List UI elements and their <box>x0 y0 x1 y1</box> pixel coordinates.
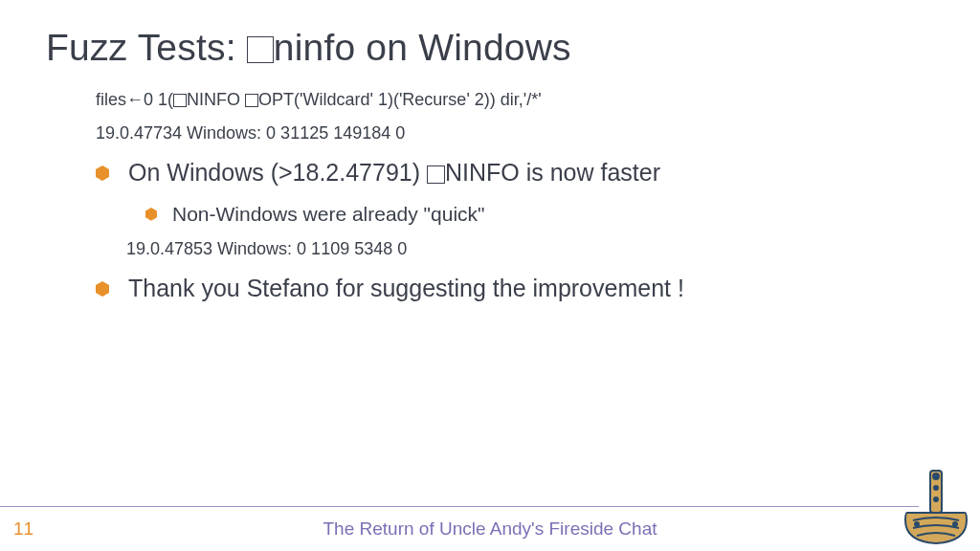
code1-pre: files←0 1( <box>96 90 173 109</box>
placeholder-box-icon <box>427 165 445 184</box>
placeholder-box-icon <box>245 94 258 107</box>
svg-marker-2 <box>96 281 109 297</box>
sub-bullets: Non-Windows were already "quick" 19.0.47… <box>96 201 934 259</box>
sub-bullet-1: Non-Windows were already "quick" <box>145 201 934 228</box>
footer-divider <box>0 506 919 507</box>
svg-point-8 <box>953 522 957 526</box>
code-line-3: 19.0.47853 Windows: 0 1109 5348 0 <box>126 239 934 259</box>
slide-title: Fuzz Tests: ninfo on Windows <box>46 27 934 69</box>
hammer-ornament-icon <box>902 467 970 547</box>
svg-point-5 <box>934 486 938 490</box>
bullet-1: On Windows (>18.2.47791) NINFO is now fa… <box>96 157 934 189</box>
svg-marker-1 <box>145 208 157 221</box>
title-post: ninfo on Windows <box>274 27 571 68</box>
bullet1-pre: On Windows (>18.2.47791) <box>128 159 427 186</box>
code-line-2: 19.0.47734 Windows: 0 31125 149184 0 <box>96 123 934 143</box>
bullet-1-text: On Windows (>18.2.47791) NINFO is now fa… <box>128 157 660 189</box>
svg-point-4 <box>933 474 939 479</box>
bullet1-post: NINFO is now faster <box>445 159 660 186</box>
placeholder-box-icon <box>247 36 274 63</box>
bullet-2: Thank you Stefano for suggesting the imp… <box>96 273 934 305</box>
svg-marker-0 <box>96 165 109 181</box>
title-pre: Fuzz Tests: <box>46 27 247 68</box>
bullet-2-text: Thank you Stefano for suggesting the imp… <box>128 273 684 305</box>
hexagon-bullet-icon <box>96 165 109 181</box>
svg-point-6 <box>934 497 938 501</box>
sub-bullet-1-text: Non-Windows were already "quick" <box>172 201 485 228</box>
placeholder-box-icon <box>173 94 187 107</box>
code1-post: OPT('Wildcard' 1)('Recurse' 2)) dir,'/*' <box>258 90 542 109</box>
footer-title: The Return of Uncle Andy's Fireside Chat <box>0 518 980 540</box>
svg-point-7 <box>915 522 919 526</box>
hexagon-bullet-icon <box>145 208 157 221</box>
hexagon-bullet-icon <box>96 281 109 297</box>
code-line-1: files←0 1(NINFO OPT('Wildcard' 1)('Recur… <box>96 90 934 110</box>
slide-content: files←0 1(NINFO OPT('Wildcard' 1)('Recur… <box>46 90 934 305</box>
code1-mid: NINFO <box>187 90 245 109</box>
slide: Fuzz Tests: ninfo on Windows files←0 1(N… <box>0 0 980 551</box>
